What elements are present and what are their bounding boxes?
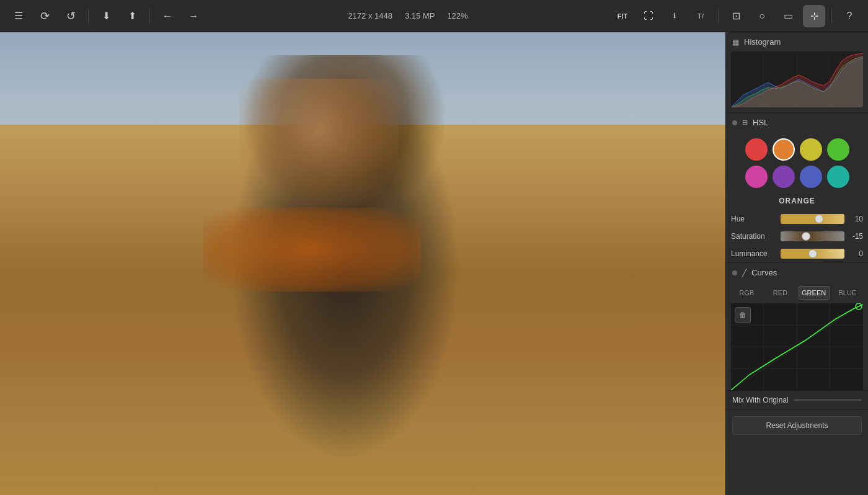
curves-bullet (732, 270, 737, 275)
circle-icon: ○ (759, 11, 765, 22)
swatch-purple[interactable] (773, 166, 795, 188)
separator1 (88, 9, 89, 24)
undo-button[interactable]: ← (156, 5, 179, 27)
hue-track (781, 214, 844, 224)
image-area (0, 32, 725, 495)
saturation-value: -15 (844, 232, 863, 241)
save-button[interactable]: ⬇ (95, 5, 117, 27)
hsl-section: ⊟ HSL ORANGE (726, 112, 868, 262)
info-icon: ℹ (673, 12, 676, 20)
save-icon: ⬇ (102, 10, 110, 22)
hsl-bars-icon: ⊟ (742, 118, 748, 127)
fullscreen-button[interactable]: ⛶ (637, 5, 660, 27)
curves-tab-red[interactable]: RED (764, 286, 795, 300)
select-icon: ⊹ (810, 10, 818, 22)
redo-button[interactable]: → (182, 5, 205, 27)
hue-slider-row: Hue 10 (726, 210, 868, 228)
saturation-slider-row: Saturation -15 (726, 228, 868, 245)
luminance-slider-container[interactable] (781, 248, 844, 260)
help-icon: ? (847, 11, 852, 22)
curves-tab-blue-label: BLUE (839, 289, 857, 297)
histogram-icon: ▦ (732, 38, 739, 47)
saturation-slider-container[interactable] (781, 230, 844, 243)
redo-icon: → (188, 11, 198, 22)
curves-header[interactable]: ╱ Curves (726, 263, 868, 282)
curves-tab-red-label: RED (773, 289, 787, 297)
luminance-slider-row: Luminance 0 (726, 245, 868, 262)
toolbar: ☰ ⟳ ↺ ⬇ ⬆ ← → 2172 x 1448 3.15 MP 122% F… (0, 0, 868, 32)
export-button[interactable]: ⬆ (121, 5, 143, 27)
hsl-bullet (732, 120, 737, 125)
separator3 (718, 9, 719, 24)
color-swatches (726, 132, 868, 194)
text-button[interactable]: T/ (689, 5, 712, 27)
luminance-track (781, 249, 844, 259)
hsl-header[interactable]: ⊟ HSL (726, 113, 868, 132)
swatch-magenta[interactable] (745, 166, 768, 188)
history2-button[interactable]: ↺ (60, 5, 82, 27)
separator2 (149, 9, 150, 24)
undo-icon: ← (162, 11, 172, 22)
image-dimensions: 2172 x 1448 (348, 11, 392, 20)
reset-adjustments-button[interactable]: Reset Adjustments (732, 416, 862, 435)
swatch-red[interactable] (745, 138, 768, 161)
swatch-yellow[interactable] (800, 138, 822, 161)
history-button[interactable]: ⟳ (33, 5, 56, 27)
select-button[interactable]: ⊹ (803, 5, 825, 27)
swatch-row-2 (733, 166, 861, 188)
help-button[interactable]: ? (838, 5, 861, 27)
luminance-thumb[interactable] (808, 249, 817, 258)
fit-label: FIT (618, 12, 628, 20)
hsl-title: HSL (753, 118, 768, 127)
histogram-header[interactable]: ▦ Histogram (726, 32, 868, 51)
fit-button[interactable]: FIT (611, 5, 634, 27)
mix-slider-track[interactable] (794, 399, 862, 401)
text-icon: T/ (698, 12, 704, 20)
histogram-svg (731, 51, 863, 107)
luminance-label: Luminance (731, 249, 781, 258)
separator4 (831, 9, 832, 24)
curves-delete-button[interactable]: 🗑 (735, 307, 751, 323)
selected-color-label: ORANGE (726, 194, 868, 210)
curves-section: ╱ Curves RGB RED GREEN BLUE (726, 262, 868, 390)
history-icon: ⟳ (40, 9, 50, 23)
fullscreen-icon: ⛶ (644, 11, 653, 22)
curves-icon: ╱ (742, 269, 746, 277)
photo-wrapper (0, 32, 725, 495)
reset-label: Reset Adjustments (766, 421, 828, 430)
curves-tabs: RGB RED GREEN BLUE (726, 282, 868, 303)
trash-icon: 🗑 (739, 311, 746, 319)
swatch-teal[interactable] (827, 166, 849, 188)
saturation-label: Saturation (731, 232, 781, 241)
panel-button[interactable]: ▭ (777, 5, 799, 27)
swatch-green[interactable] (827, 138, 849, 161)
hue-thumb[interactable] (815, 215, 823, 223)
color-grade (0, 32, 725, 495)
mix-with-original-bar[interactable]: Mix With Original (726, 390, 868, 409)
toolbar-center: 2172 x 1448 3.15 MP 122% (205, 11, 611, 20)
mix-with-original-label: Mix With Original (732, 396, 789, 404)
circle-button[interactable]: ○ (751, 5, 773, 27)
panel-icon: ▭ (784, 10, 793, 22)
curves-tab-blue[interactable]: BLUE (832, 286, 863, 300)
curves-tab-rgb-label: RGB (739, 289, 754, 297)
saturation-thumb[interactable] (802, 232, 810, 241)
export-icon: ⬆ (128, 10, 136, 22)
hue-slider-container[interactable] (781, 213, 844, 225)
main-content: ▦ Histogram (0, 32, 868, 495)
info-button[interactable]: ℹ (663, 5, 686, 27)
crop-button[interactable]: ⊡ (725, 5, 747, 27)
swatch-row-1 (733, 138, 861, 161)
swatch-blue[interactable] (800, 166, 822, 188)
menu-button[interactable]: ☰ (7, 5, 30, 27)
toolbar-right: FIT ⛶ ℹ T/ ⊡ ○ ▭ ⊹ ? (611, 5, 861, 27)
image-zoom: 122% (447, 11, 467, 20)
curves-tab-green[interactable]: GREEN (799, 286, 830, 300)
curves-tab-rgb[interactable]: RGB (731, 286, 762, 300)
swatch-orange[interactable] (773, 138, 795, 161)
histogram-title: Histogram (744, 37, 781, 47)
curves-toolbar: 🗑 (735, 307, 751, 323)
saturation-track (781, 231, 844, 241)
hue-label: Hue (731, 215, 781, 223)
right-panel: ▦ Histogram (725, 32, 868, 495)
